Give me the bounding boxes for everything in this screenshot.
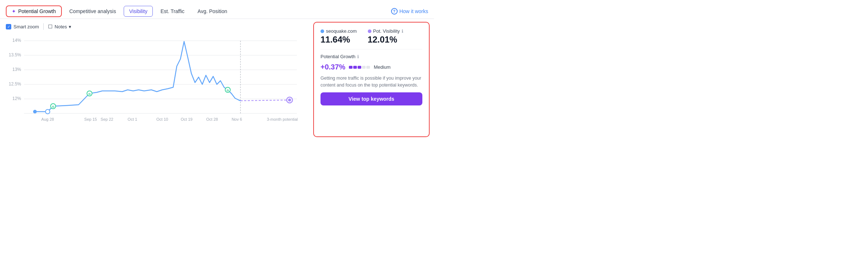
pot-visibility-value: 12.01% (368, 35, 403, 45)
potential-growth-info-icon[interactable]: ℹ (357, 54, 359, 59)
question-icon: ? (391, 8, 398, 15)
progress-seg-1 (349, 66, 353, 69)
smart-zoom-checkbox[interactable]: ✓ (6, 24, 11, 29)
tab-bar: ✦ Potential Growth Competitive analysis … (0, 0, 434, 19)
site-metric: seoquake.com 11.64% (320, 28, 357, 45)
svg-text:13%: 13% (12, 67, 21, 72)
tab-avg-position[interactable]: Avg. Position (192, 6, 232, 17)
svg-text:Nov 6: Nov 6 (232, 117, 242, 121)
controls-divider (43, 23, 44, 30)
svg-text:Oct 28: Oct 28 (206, 117, 218, 121)
svg-text:G: G (227, 89, 229, 92)
tab-competitive-analysis[interactable]: Competitive analysis (64, 6, 122, 17)
svg-point-20 (288, 99, 291, 101)
chevron-down-icon: ▾ (69, 24, 71, 29)
svg-text:12%: 12% (12, 96, 21, 101)
smart-zoom-toggle[interactable]: ✓ Smart zoom (6, 24, 39, 29)
tab-visibility[interactable]: Visibility (124, 6, 153, 17)
svg-text:Oct 1: Oct 1 (128, 117, 137, 121)
pot-visibility-metric: Pot. Visibility ℹ 12.01% (368, 28, 403, 45)
how-it-works-link[interactable]: ? How it works (391, 8, 428, 15)
chart-area: ✓ Smart zoom ☐ Notes ▾ (0, 19, 313, 140)
svg-text:3-month potential: 3-month potential (267, 117, 298, 121)
svg-text:G: G (88, 92, 91, 96)
progress-seg-4 (362, 66, 366, 69)
svg-text:13.5%: 13.5% (9, 52, 21, 57)
sparkle-icon: ✦ (12, 8, 16, 14)
page-container: ✦ Potential Growth Competitive analysis … (0, 0, 434, 140)
info-icon[interactable]: ℹ (402, 29, 403, 34)
progress-seg-2 (353, 66, 357, 69)
notes-button[interactable]: ☐ Notes ▾ (48, 24, 71, 29)
stats-panel: seoquake.com 11.64% Pot. Visibility ℹ 12… (313, 22, 430, 137)
site-value: 11.64% (320, 35, 357, 45)
svg-text:12.5%: 12.5% (9, 81, 21, 87)
progress-seg-5 (366, 66, 370, 69)
svg-text:Oct 10: Oct 10 (156, 117, 168, 121)
potential-growth-label: Potential Growth ℹ (320, 54, 422, 59)
svg-line-18 (240, 100, 290, 101)
metrics-row: seoquake.com 11.64% Pot. Visibility ℹ 12… (320, 28, 422, 45)
start-dot (45, 109, 50, 114)
growth-row: +0.37% Medium (320, 63, 422, 71)
svg-text:G: G (52, 105, 54, 108)
svg-text:14%: 14% (12, 38, 21, 43)
chart-wrapper: 14% 13.5% 13% 12.5% 12% G (6, 33, 313, 126)
growth-value: +0.37% (320, 63, 345, 71)
panel-description: Getting more traffic is possible if you … (320, 75, 422, 89)
svg-text:Sep 15: Sep 15 (84, 117, 97, 121)
view-top-keywords-button[interactable]: View top keywords (320, 92, 422, 105)
main-content: ✓ Smart zoom ☐ Notes ▾ (0, 19, 434, 140)
purple-dot-icon (368, 29, 371, 33)
svg-text:Sep 22: Sep 22 (101, 117, 114, 121)
tab-potential-growth[interactable]: ✦ Potential Growth (6, 5, 62, 17)
notes-icon: ☐ (48, 24, 53, 29)
growth-level: Medium (374, 64, 390, 70)
line-chart: 14% 13.5% 13% 12.5% 12% G (6, 33, 304, 126)
svg-text:Aug 28: Aug 28 (41, 117, 54, 121)
blue-dot-icon (320, 29, 324, 33)
progress-seg-3 (358, 66, 361, 69)
progress-bar (349, 66, 370, 69)
chart-controls: ✓ Smart zoom ☐ Notes ▾ (6, 23, 313, 30)
svg-point-21 (33, 110, 37, 113)
site-label: seoquake.com (320, 28, 357, 34)
svg-text:Oct 19: Oct 19 (181, 117, 192, 121)
tab-est-traffic[interactable]: Est. Traffic (155, 6, 190, 17)
pot-visibility-label-row: Pot. Visibility ℹ (368, 28, 403, 34)
panel-divider (320, 49, 422, 49)
